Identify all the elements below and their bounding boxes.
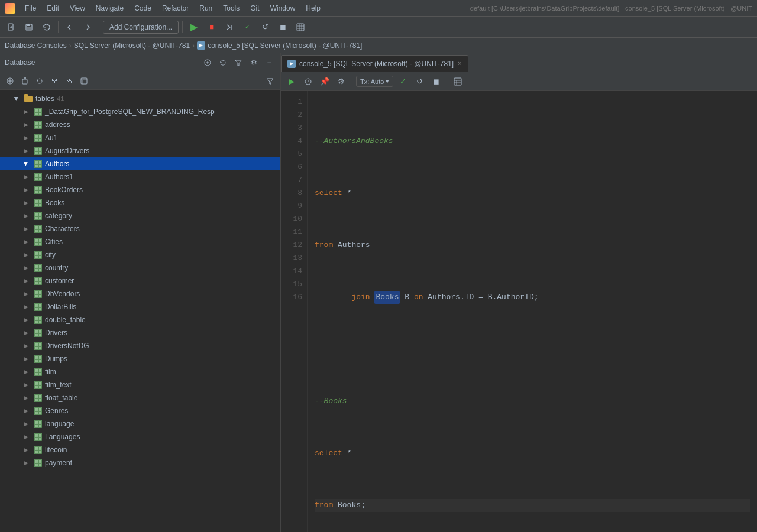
left-add-button[interactable] [4, 74, 17, 87]
table-cities[interactable]: ▶ Cities [0, 235, 280, 248]
table-genres[interactable]: ▶ Genres [0, 404, 280, 417]
table-cities-name: Cities [45, 238, 63, 246]
pin-button[interactable]: 📌 [318, 74, 332, 89]
editor-tab-console5[interactable]: ▶ console_5 [SQL Server (Microsoft) - @U… [281, 55, 468, 72]
left-refresh-button[interactable] [33, 74, 46, 87]
execute-button[interactable]: ▶ [284, 74, 299, 89]
table-country[interactable]: ▶ country [0, 261, 280, 274]
menu-window[interactable]: Window [266, 3, 300, 14]
table-film-text[interactable]: ▶ film_text [0, 378, 280, 391]
rollback-query-button[interactable]: ↺ [412, 74, 426, 89]
stop-button[interactable]: ■ [204, 20, 219, 35]
table-dbvendors[interactable]: ▶ DbVendors [0, 287, 280, 300]
db-filter-icon[interactable] [232, 56, 245, 69]
transaction-mode[interactable]: Tx: Auto ▾ [356, 76, 393, 87]
table-city[interactable]: ▶ city [0, 248, 280, 261]
menu-refactor[interactable]: Refactor [157, 3, 193, 14]
left-filter-button[interactable] [264, 74, 277, 87]
menu-file[interactable]: File [20, 3, 41, 14]
table-languages[interactable]: ▶ Languages [0, 430, 280, 443]
table-driversnotdg[interactable]: ▶ DriversNotDG [0, 339, 280, 352]
left-schema-button[interactable] [77, 74, 90, 87]
code-4b [370, 291, 375, 304]
code-editor[interactable]: 1 2 3 4 5 6 7 8 9 10 11 12 13 14 15 16 [281, 91, 757, 532]
cancel-button[interactable]: ◼ [275, 20, 290, 35]
table-payment[interactable]: ▶ payment [0, 456, 280, 469]
database-title: Database [5, 59, 35, 67]
rollback-button[interactable]: ↺ [257, 20, 273, 35]
back-button[interactable] [62, 20, 77, 35]
table-customer[interactable]: ▶ customer [0, 274, 280, 287]
tables-folder[interactable]: ▶ tables 41 [0, 92, 280, 105]
table-characters[interactable]: ▶ Characters [0, 222, 280, 235]
commit-query-button[interactable]: ✓ [396, 74, 410, 89]
menu-navigate[interactable]: Navigate [91, 3, 128, 14]
table-film-name: film [45, 368, 56, 376]
table-au1[interactable]: ▶ Au1 [0, 131, 280, 144]
left-toolbar [0, 72, 280, 90]
save-button[interactable] [21, 20, 37, 35]
language-icon [33, 419, 43, 429]
breadcrumb-sql-server[interactable]: SQL Server (Microsoft) - @UNIT-781 [74, 41, 190, 50]
table-language[interactable]: ▶ language [0, 417, 280, 430]
table-bookorders[interactable]: ▶ BookOrders [0, 183, 280, 196]
history-button[interactable] [301, 74, 315, 89]
table-drivers[interactable]: ▶ Drivers [0, 326, 280, 339]
svg-rect-19 [22, 79, 27, 84]
results-button[interactable] [451, 74, 465, 89]
toolbar-sep-2 [99, 21, 99, 33]
cancel-query-button[interactable]: ◼ [429, 74, 443, 89]
menu-help[interactable]: Help [301, 3, 325, 14]
menu-code[interactable]: Code [130, 3, 156, 14]
table-dumps[interactable]: ▶ Dumps [0, 352, 280, 365]
table-datagrip[interactable]: ▶ _DataGrip_for_PostgreSQL_NEW_BRANDING_… [0, 105, 280, 118]
db-collapse-icon[interactable]: − [263, 56, 276, 69]
breadcrumb-database-consoles[interactable]: Database Consoles [5, 41, 67, 50]
table-litecoin[interactable]: ▶ litecoin [0, 443, 280, 456]
db-sync-icon[interactable] [216, 56, 229, 69]
db-settings-icon[interactable]: ⚙ [247, 56, 260, 69]
menu-tools[interactable]: Tools [218, 3, 244, 14]
step-button[interactable] [222, 20, 237, 35]
new-file-button[interactable] [4, 20, 19, 35]
table-driversnotdg-name: DriversNotDG [45, 342, 89, 350]
tab-close-button[interactable]: ✕ [457, 60, 462, 67]
toolbar-sep-1 [58, 21, 59, 33]
table-category[interactable]: ▶ category [0, 209, 280, 222]
table-language-name: language [45, 420, 74, 428]
table-address-name: address [45, 121, 70, 129]
table-dumps-name: Dumps [45, 355, 67, 363]
settings-button[interactable]: ⚙ [334, 74, 348, 89]
menu-view[interactable]: View [65, 3, 90, 14]
menu-git[interactable]: Git [245, 3, 264, 14]
run-button[interactable]: ▶ [186, 20, 202, 35]
forward-button[interactable] [80, 20, 95, 35]
add-configuration-button[interactable]: Add Configuration... [103, 21, 179, 34]
db-add-icon[interactable] [201, 56, 214, 69]
code-8b: Books [333, 499, 361, 512]
left-delete-button[interactable] [18, 74, 31, 87]
left-collapse-button[interactable] [63, 74, 76, 87]
code-content[interactable]: --AuthorsAndBooks select * from Authors … [308, 91, 757, 532]
menu-run[interactable]: Run [195, 3, 217, 14]
table-books[interactable]: ▶ Books [0, 196, 280, 209]
table-float-table[interactable]: ▶ float_table [0, 391, 280, 404]
table-film[interactable]: ▶ film [0, 365, 280, 378]
menu-edit[interactable]: Edit [42, 3, 64, 14]
characters-chevron: ▶ [21, 224, 31, 233]
tab-console-icon: ▶ [287, 60, 296, 68]
languages-icon [33, 432, 43, 442]
commit-button[interactable]: ✓ [240, 20, 255, 35]
table-dollarbills[interactable]: ▶ DollarBills [0, 300, 280, 313]
table-augustdrivers[interactable]: ▶ AugustDrivers [0, 144, 280, 157]
table-view-button[interactable] [293, 20, 308, 35]
code-4c: B [400, 291, 413, 304]
table-authors[interactable]: ▶ Authors [0, 157, 280, 170]
table-double-table[interactable]: ▶ double_table [0, 313, 280, 326]
left-expand-button[interactable] [48, 74, 61, 87]
refresh-button[interactable] [39, 20, 54, 35]
table-authors1[interactable]: ▶ Authors1 [0, 170, 280, 183]
table-address[interactable]: ▶ address [0, 118, 280, 131]
dollarbills-chevron: ▶ [21, 302, 31, 312]
category-chevron: ▶ [21, 211, 31, 220]
